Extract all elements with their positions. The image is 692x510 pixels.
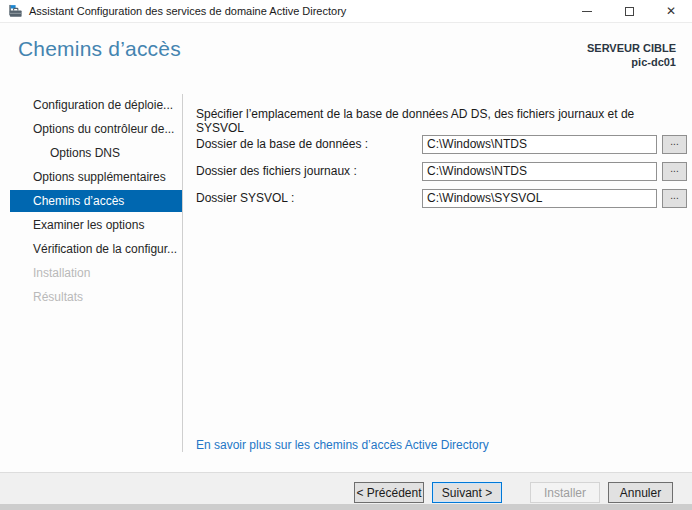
sidebar-item-domain-controller-options[interactable]: Options du contrôleur de... <box>10 118 182 140</box>
close-icon: ✕ <box>666 5 676 17</box>
sidebar-item-prerequisites-check[interactable]: Vérification de la configur... <box>10 238 182 260</box>
sysvol-folder-label: Dossier SYSVOL : <box>196 191 422 205</box>
log-files-folder-input[interactable] <box>422 162 657 181</box>
sidebar-item-deployment-configuration[interactable]: Configuration de déploie... <box>10 94 182 116</box>
database-folder-browse-button[interactable]: ... <box>662 135 687 154</box>
database-folder-input[interactable] <box>422 135 657 154</box>
page-description: Spécifier l’emplacement de la base de do… <box>196 107 676 135</box>
wizard-window: Assistant Configuration des services de … <box>0 0 692 510</box>
minimize-button[interactable] <box>566 0 608 22</box>
sidebar-item-dns-options[interactable]: Options DNS <box>10 142 182 164</box>
window-title: Assistant Configuration des services de … <box>29 5 346 17</box>
log-files-folder-browse-button[interactable]: ... <box>662 162 687 181</box>
target-server-info: SERVEUR CIBLE pic-dc01 <box>587 41 676 69</box>
sidebar-item-paths[interactable]: Chemins d’accès <box>10 190 182 212</box>
window-controls: ✕ <box>566 0 692 22</box>
sidebar-divider <box>182 94 183 452</box>
minimize-icon <box>582 11 592 12</box>
maximize-icon <box>625 7 634 16</box>
next-button[interactable]: Suivant > <box>432 482 502 503</box>
previous-button[interactable]: < Précédent <box>354 482 424 503</box>
page-title: Chemins d’accès <box>18 37 181 61</box>
database-folder-label: Dossier de la base de données : <box>196 137 422 151</box>
log-files-folder-label: Dossier des fichiers journaux : <box>196 164 422 178</box>
sidebar-item-installation: Installation <box>10 262 182 284</box>
target-server-label: SERVEUR CIBLE <box>587 41 676 55</box>
server-manager-icon <box>8 4 23 19</box>
sysvol-folder-row: Dossier SYSVOL : ... <box>196 188 687 208</box>
close-button[interactable]: ✕ <box>650 0 692 22</box>
log-files-folder-row: Dossier des fichiers journaux : ... <box>196 161 687 181</box>
database-folder-row: Dossier de la base de données : ... <box>196 134 687 154</box>
title-bar: Assistant Configuration des services de … <box>0 0 692 23</box>
sysvol-folder-input[interactable] <box>422 189 657 208</box>
cancel-button[interactable]: Annuler <box>608 482 673 503</box>
sidebar-item-additional-options[interactable]: Options supplémentaires <box>10 166 182 188</box>
sysvol-folder-browse-button[interactable]: ... <box>662 189 687 208</box>
install-button: Installer <box>530 482 600 503</box>
sidebar-item-results: Résultats <box>10 286 182 308</box>
footer-bar: < Précédent Suivant > Installer Annuler <box>0 472 692 504</box>
sidebar-item-review-options[interactable]: Examiner les options <box>10 214 182 236</box>
wizard-steps-nav: Configuration de déploie... Options du c… <box>0 94 182 310</box>
learn-more-link[interactable]: En savoir plus sur les chemins d’accès A… <box>196 438 489 452</box>
maximize-button[interactable] <box>608 0 650 22</box>
window-bottom-edge <box>0 504 692 510</box>
target-server-name: pic-dc01 <box>587 55 676 69</box>
